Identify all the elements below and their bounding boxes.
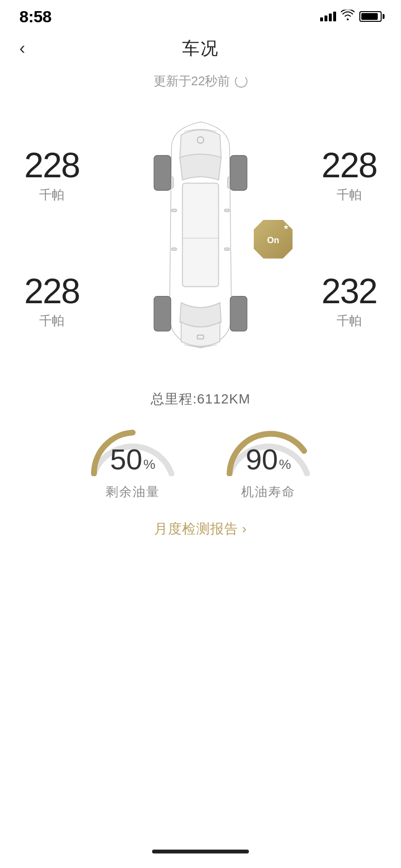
update-time-text: 更新于22秒前 — [154, 73, 231, 90]
odometer: 总里程:6112KM — [0, 390, 401, 408]
oil-gauge-value: 90% — [246, 443, 291, 476]
svg-rect-4 — [171, 209, 177, 212]
status-time: 8:58 — [19, 7, 51, 26]
tire-rl-value: 228 — [24, 274, 79, 309]
svg-rect-10 — [154, 155, 171, 190]
svg-rect-13 — [230, 296, 247, 331]
back-button[interactable]: ‹ — [19, 38, 25, 59]
status-bar: 8:58 — [0, 0, 401, 29]
tire-fl-value: 228 — [24, 148, 79, 183]
oil-gauge-label: 机油寿命 — [241, 483, 295, 500]
fuel-gauge-value: 50% — [110, 443, 155, 476]
on-star-icon: ★ — [283, 224, 289, 231]
car-section: 228 千帕 228 千帕 228 千帕 232 千帕 — [0, 109, 401, 380]
tire-rl-unit: 千帕 — [24, 312, 79, 329]
monthly-report-label: 月度检测报告 — [154, 520, 238, 538]
tire-rear-left: 228 千帕 — [24, 274, 79, 329]
tire-rr-unit: 千帕 — [322, 312, 377, 329]
tire-fr-value: 228 — [322, 148, 377, 183]
wifi-icon — [341, 10, 355, 23]
tire-rear-right: 232 千帕 — [322, 274, 377, 329]
monthly-report-link[interactable]: 月度检测报告 › — [0, 520, 401, 538]
tire-fr-unit: 千帕 — [322, 186, 377, 203]
oil-gauge: 90% 机油寿命 — [220, 423, 317, 500]
status-icons — [320, 10, 382, 23]
fuel-gauge-label: 剩余油量 — [106, 483, 160, 500]
svg-rect-11 — [230, 155, 247, 190]
fuel-gauge-container: 50% — [84, 423, 181, 476]
on-star-button[interactable]: ★ On — [254, 220, 293, 259]
header: ‹ 车况 — [0, 29, 401, 68]
refresh-icon[interactable] — [235, 75, 247, 88]
car-diagram: ★ On — [133, 109, 268, 380]
tire-front-right: 228 千帕 — [322, 148, 377, 203]
bottom-home-indicator — [152, 850, 249, 853]
svg-rect-6 — [224, 209, 230, 212]
monthly-report-arrow: › — [242, 521, 247, 537]
oil-gauge-container: 90% — [220, 423, 317, 476]
svg-rect-12 — [154, 296, 171, 331]
svg-rect-7 — [224, 248, 230, 250]
svg-rect-0 — [183, 183, 219, 286]
battery-icon — [359, 11, 382, 22]
svg-rect-5 — [171, 248, 177, 250]
update-time: 更新于22秒前 — [0, 73, 401, 90]
tire-front-left: 228 千帕 — [24, 148, 79, 203]
fuel-gauge: 50% 剩余油量 — [84, 423, 181, 500]
odometer-label: 总里程: — [151, 391, 197, 406]
tire-fl-unit: 千帕 — [24, 186, 79, 203]
page-title: 车况 — [182, 37, 219, 61]
tire-rr-value: 232 — [322, 274, 377, 309]
odometer-value: 6112KM — [197, 391, 250, 406]
gauge-section: 50% 剩余油量 90% 机油寿命 — [0, 423, 401, 500]
on-button-label: On — [267, 235, 279, 246]
signal-icon — [320, 12, 336, 21]
